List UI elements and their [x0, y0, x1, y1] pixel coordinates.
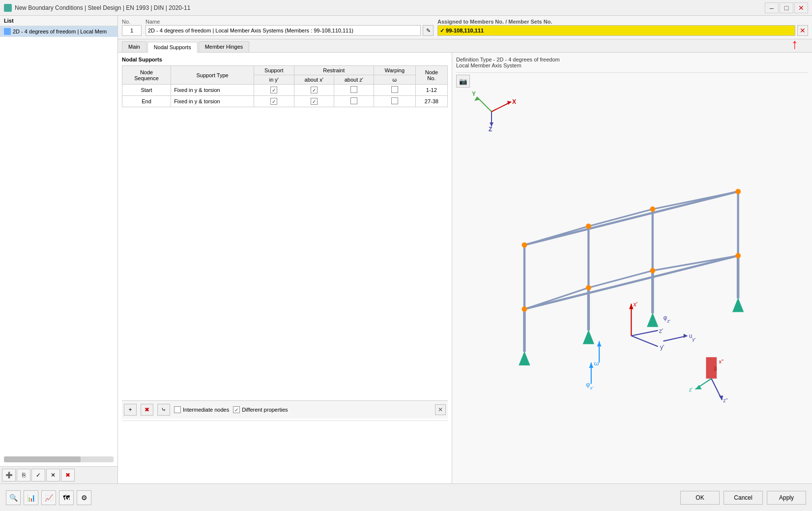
checkbox-sy-start[interactable]: [270, 87, 277, 93]
cell-seq-end: End: [122, 96, 171, 107]
col-restraint-z: about z': [334, 75, 374, 85]
toolbar-delete-row-button[interactable]: ✖: [141, 404, 153, 416]
intermediate-nodes-label: Intermediate nodes: [183, 407, 229, 413]
svg-line-42: [631, 336, 658, 347]
cell-w-start[interactable]: [374, 85, 415, 96]
bottom-bar: 🔍 📊 📈 🗺 ⚙ OK Cancel Apply: [0, 483, 812, 511]
calculator-button[interactable]: 📊: [24, 490, 38, 505]
tab-nodal-supports[interactable]: Nodal Supports: [147, 42, 198, 53]
col-restraint-x: about x': [294, 75, 334, 85]
no-input[interactable]: 1: [122, 25, 142, 36]
settings-button[interactable]: ⚙: [77, 490, 91, 505]
cell-sy-start[interactable]: [254, 85, 294, 96]
nodal-supports-table: NodeSequence Support Type Support Restra…: [122, 65, 448, 107]
svg-marker-38: [629, 304, 634, 309]
top-row: No. 1 Name ✎ Assigned to Members No. / M…: [118, 16, 812, 39]
col-warping-omega: ω: [374, 75, 415, 85]
bottom-left-tools: 🔍 📊 📈 🗺 ⚙: [6, 490, 91, 505]
svg-point-34: [586, 285, 591, 291]
svg-marker-25: [519, 352, 530, 365]
col-support-y: Support: [254, 66, 294, 75]
ok-button[interactable]: OK: [680, 491, 720, 505]
preview-panel: Definition Type - 2D - 4 degrees of free…: [452, 53, 812, 483]
checkbox-rz-end[interactable]: [350, 97, 357, 104]
different-properties-checkbox[interactable]: [233, 406, 240, 413]
cell-rz-start[interactable]: [334, 85, 374, 96]
svg-line-22: [653, 256, 738, 271]
svg-point-31: [650, 207, 655, 212]
col-support-type: Support Type: [171, 66, 254, 85]
sidebar-add-button[interactable]: ➕: [2, 469, 16, 481]
app-icon: [4, 4, 12, 12]
svg-text:x'': x'': [719, 359, 724, 364]
search-button[interactable]: 🔍: [6, 490, 21, 505]
assigned-input[interactable]: [437, 25, 795, 36]
form-close-button[interactable]: ✕: [435, 404, 446, 415]
svg-marker-61: [719, 396, 723, 400]
dialog-buttons: OK Cancel Apply: [680, 491, 806, 505]
toolbar-select-button[interactable]: ⤷: [157, 404, 170, 416]
cell-type-start: Fixed in y & torsion: [171, 85, 254, 96]
horizontal-scrollbar[interactable]: [4, 456, 114, 462]
map-button[interactable]: 🗺: [59, 490, 74, 505]
checkbox-w-start[interactable]: [391, 86, 398, 93]
sidebar-uncheck-button[interactable]: ✕: [46, 469, 60, 481]
intermediate-nodes-checkbox-label[interactable]: Intermediate nodes: [174, 406, 229, 413]
structure-svg: x' z' y' φz' uy': [482, 121, 802, 454]
item-icon: [4, 28, 11, 35]
sidebar-delete-button[interactable]: ✖: [61, 469, 75, 481]
minimize-button[interactable]: –: [765, 2, 779, 13]
svg-point-36: [735, 253, 741, 258]
different-properties-checkbox-label[interactable]: Different properties: [233, 406, 288, 413]
checkbox-rx-end[interactable]: [311, 98, 318, 105]
checkbox-sy-end[interactable]: [270, 98, 277, 105]
svg-text:ω: ω: [594, 360, 599, 367]
name-edit-button[interactable]: ✎: [423, 25, 434, 36]
cancel-button[interactable]: Cancel: [724, 491, 763, 505]
assigned-label: Assigned to Members No. / Member Sets No…: [437, 19, 808, 25]
definition-title: Definition Type - 2D - 4 degrees of free…: [456, 57, 808, 68]
toolbar-add-row-button[interactable]: +: [124, 404, 137, 416]
window-title: New Boundary Conditions | Steel Design |…: [15, 4, 190, 11]
checkbox-rx-start[interactable]: [311, 87, 318, 93]
cell-type-end: Fixed in y & torsion: [171, 96, 254, 107]
chart-button[interactable]: 📈: [41, 490, 56, 505]
sidebar-check-button[interactable]: ✓: [31, 469, 45, 481]
close-button[interactable]: ✕: [794, 2, 808, 13]
intermediate-nodes-checkbox[interactable]: [174, 406, 181, 413]
cell-node-start: 1-12: [415, 85, 447, 96]
svg-rect-55: [706, 357, 717, 378]
tabs-bar: Main Nodal Supports Member Hinges: [118, 39, 812, 53]
tab-member-hinges[interactable]: Member Hinges: [199, 41, 250, 52]
sidebar-header: List: [0, 16, 117, 26]
checkbox-rz-start[interactable]: [350, 86, 357, 93]
sidebar-item-1[interactable]: 2D - 4 degrees of freedom | Local Mem: [0, 26, 117, 37]
svg-point-32: [735, 189, 741, 194]
name-input[interactable]: [145, 25, 421, 36]
svg-text:X: X: [512, 98, 516, 105]
svg-point-35: [650, 268, 655, 273]
cell-rx-end[interactable]: [294, 96, 334, 107]
cell-w-end[interactable]: [374, 96, 415, 107]
cell-rz-end[interactable]: [334, 96, 374, 107]
checkbox-w-end[interactable]: [391, 97, 398, 104]
cell-rx-start[interactable]: [294, 85, 334, 96]
sidebar-copy-button[interactable]: ⎘: [17, 469, 30, 481]
svg-text:z': z': [659, 328, 663, 334]
svg-line-17: [524, 226, 588, 245]
cell-node-end: 27-38: [415, 96, 447, 107]
table-row: End Fixed in y & torsion 27-38: [122, 96, 448, 107]
svg-marker-28: [733, 299, 744, 312]
svg-point-29: [522, 242, 527, 248]
maximize-button[interactable]: □: [780, 2, 793, 13]
col-restraint: Restraint: [294, 66, 374, 75]
svg-text:y': y': [660, 344, 664, 351]
svg-line-40: [631, 331, 658, 336]
apply-button[interactable]: Apply: [767, 491, 806, 505]
svg-line-9: [524, 256, 738, 309]
close-icon: ✕: [800, 27, 806, 34]
tab-main[interactable]: Main: [122, 41, 146, 52]
assigned-clear-button[interactable]: ✕: [797, 25, 808, 36]
svg-marker-27: [647, 313, 658, 327]
cell-sy-end[interactable]: [254, 96, 294, 107]
